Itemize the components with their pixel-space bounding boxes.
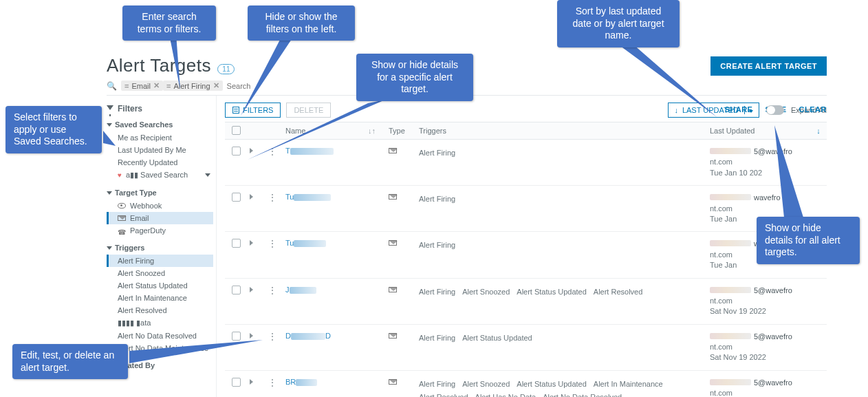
trigger-tag: Alert In Maintenance (594, 378, 663, 391)
alert-target-name[interactable]: J (285, 286, 290, 294)
last-updated-cell: 5@wavefront.comFri Oct 28 2022 (707, 378, 810, 397)
sidebar-item[interactable]: Alert No Data Resolved (107, 330, 213, 342)
sidebar-item[interactable]: Alert Firing (107, 255, 213, 267)
alert-target-name[interactable]: BR (285, 378, 296, 386)
alert-target-name[interactable]: Tu (285, 239, 294, 247)
sidebar-item[interactable]: PagerDuty (107, 224, 213, 237)
mail-icon (389, 148, 397, 153)
last-updated-cell: 5@wavefront.comTue Jan 10 202 (707, 147, 810, 178)
trigger-tag: Alert Firing (419, 378, 455, 391)
row-actions-menu[interactable]: ⋮ (268, 285, 277, 296)
group-saved-searches[interactable]: Saved Searches (107, 120, 213, 129)
chevron-down-icon (205, 173, 210, 177)
row-actions-menu[interactable]: ⋮ (268, 238, 277, 249)
chevron-down-icon (107, 191, 112, 195)
sidebar-item[interactable]: Alert Status Updated (107, 279, 213, 292)
alert-target-name[interactable]: T (285, 147, 290, 155)
sidebar-item-label: Alert Status Updated (118, 281, 188, 290)
row-actions-menu[interactable]: ⋮ (268, 331, 277, 342)
last-updated-cell: 5@wavefront.comSat Nov 19 2022 (707, 286, 810, 317)
column-triggers: Triggers (416, 127, 707, 135)
expand-row-icon[interactable] (250, 333, 253, 339)
row-actions-menu[interactable]: ⋮ (268, 377, 277, 388)
table-row: ⋮TuAlert Firingwavefront.comTue Jan (225, 232, 827, 278)
filters-heading: Filters (118, 104, 142, 114)
sidebar-item[interactable]: ▮▮▮▮ ▮ata (107, 316, 213, 330)
group-triggers[interactable]: Triggers (107, 244, 213, 252)
sidebar-item-label: Alert Resolved (118, 306, 167, 314)
table-header: Name ↓↑ Type Triggers Last Updated ↓ (225, 122, 827, 140)
table-row: ⋮TuAlert Firingwavefront.comTue Jan (225, 186, 827, 232)
table-row: ⋮TAlert Firing5@wavefront.comTue Jan 10 … (225, 140, 827, 186)
row-actions-menu[interactable]: ⋮ (268, 146, 277, 157)
column-sort-icons[interactable]: ↓↑ (365, 127, 386, 135)
expand-row-icon[interactable] (250, 148, 253, 153)
pagerduty-icon (118, 228, 126, 233)
mail-icon (389, 287, 397, 292)
expand-all-toggle[interactable] (766, 105, 784, 115)
filters-icon (232, 107, 239, 114)
sidebar-item-label: Last Updated By Me (118, 146, 186, 154)
filter-chip[interactable]: = Email ✕ (121, 81, 163, 91)
row-checkbox[interactable] (232, 286, 241, 294)
column-last-updated[interactable]: Last Updated (707, 127, 810, 135)
chip-remove-icon[interactable]: ✕ (153, 81, 160, 90)
mail-icon (389, 194, 397, 200)
sidebar-item[interactable]: Webhook (107, 200, 213, 212)
sidebar-item[interactable]: ♥a▮▮ Saved Search (107, 169, 213, 182)
filters-button[interactable]: FILTERS (225, 103, 281, 118)
callout-row-expand: Show or hide details for a specific aler… (356, 54, 473, 101)
sidebar-item-label: a▮▮ Saved Search (126, 171, 188, 180)
trigger-tag: Alert Status Updated (517, 378, 587, 391)
chip-remove-icon[interactable]: ✕ (213, 81, 219, 90)
row-checkbox[interactable] (232, 193, 241, 202)
trigger-tag: Alert Firing (419, 193, 455, 206)
row-actions-menu[interactable]: ⋮ (268, 192, 277, 203)
mail-icon (389, 333, 397, 339)
sidebar-item-label: PagerDuty (130, 226, 166, 235)
trigger-tag: Alert Snoozed (462, 286, 510, 299)
expand-row-icon[interactable] (250, 240, 253, 246)
delete-button[interactable]: DELETE (286, 103, 331, 118)
eye-icon (118, 203, 126, 208)
sidebar-item-label: Alert No Data Maintenance (118, 344, 208, 352)
funnel-icon (107, 105, 113, 112)
search-icon: 🔍 (107, 81, 117, 91)
sidebar-item[interactable]: Alert Snoozed (107, 267, 213, 279)
alert-target-name[interactable]: Tu (285, 193, 294, 201)
chevron-down-icon (107, 123, 112, 127)
sidebar-item-label: Alert Snoozed (118, 269, 165, 277)
mail-icon (118, 215, 126, 221)
search-input[interactable] (227, 82, 310, 90)
column-name[interactable]: Name (283, 127, 365, 135)
callout-hide-filters: Hide or show the filters on the left. (248, 6, 355, 41)
row-checkbox[interactable] (232, 239, 241, 248)
sidebar-item[interactable]: Alert Resolved (107, 304, 213, 316)
expand-row-icon[interactable] (250, 194, 253, 200)
clear-link[interactable]: CLEAR (799, 105, 827, 114)
sidebar-item-label: ▮▮▮▮ ▮ata (118, 319, 151, 328)
sidebar-item-label: Me as Recipient (118, 133, 172, 142)
sidebar-item[interactable]: Last Updated By Me (107, 144, 213, 156)
row-checkbox[interactable] (232, 147, 241, 155)
sidebar-item[interactable]: Alert In Maintenance (107, 292, 213, 304)
sidebar-item[interactable]: Email (107, 212, 213, 224)
expand-row-icon[interactable] (250, 379, 253, 385)
trigger-tag: Alert Firing (419, 332, 455, 345)
expand-row-icon[interactable] (250, 287, 253, 292)
filter-chip[interactable]: = Alert Firing ✕ (163, 81, 223, 91)
sidebar-item-label: Recently Updated (118, 158, 177, 167)
sort-direction-icon[interactable]: ↓ (810, 127, 827, 135)
row-checkbox[interactable] (232, 378, 241, 387)
share-link[interactable]: SHARE (724, 105, 752, 114)
trigger-tag: Alert Status Updated (462, 332, 532, 345)
select-all-checkbox[interactable] (232, 126, 241, 135)
alert-target-name[interactable]: D (285, 332, 291, 340)
callout-sort: Sort by last updated date or by alert ta… (557, 0, 680, 47)
sidebar-item[interactable]: Recently Updated (107, 156, 213, 169)
group-target-type[interactable]: Target Type (107, 189, 213, 197)
row-checkbox[interactable] (232, 332, 241, 341)
sidebar-item-label: Alert No Data Resolved (118, 332, 197, 340)
sidebar-item[interactable]: Me as Recipient (107, 131, 213, 144)
create-alert-target-button[interactable]: CREATE ALERT TARGET (710, 56, 827, 76)
